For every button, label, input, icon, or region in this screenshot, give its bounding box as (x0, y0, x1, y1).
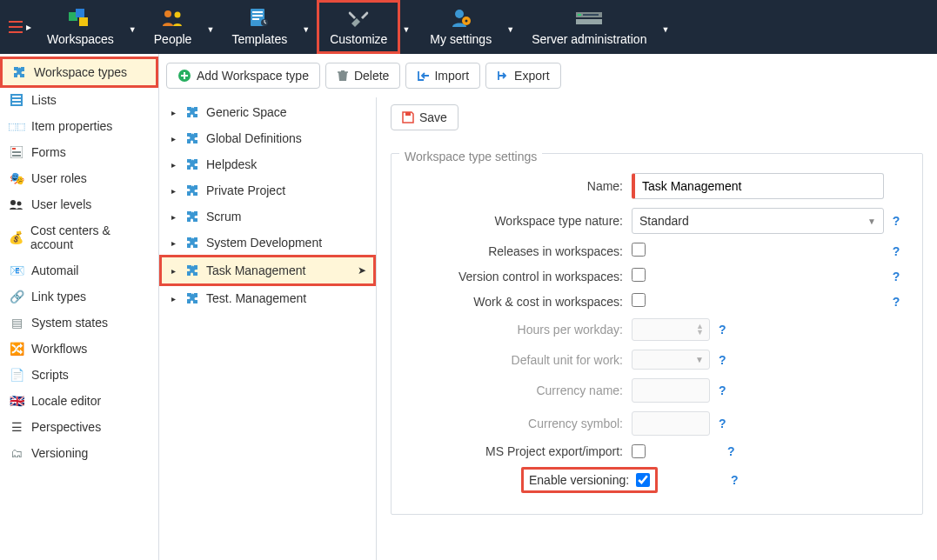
help-button[interactable]: ? (719, 323, 726, 337)
topnav-templates[interactable]: Templates ▼ (221, 3, 298, 51)
sidebar-item-link-types[interactable]: 🔗 Link types (0, 283, 158, 310)
help-button[interactable]: ? (719, 417, 726, 430)
sidebar-item-lists[interactable]: Lists (0, 87, 158, 113)
label-hours: Hours per workday: (405, 323, 632, 337)
sidebar-item-versioning[interactable]: 🗂 Versioning (0, 440, 158, 466)
currency-name-input[interactable] (632, 378, 710, 403)
sidebar-item-workspace-types[interactable]: Workspace types (0, 57, 158, 88)
nature-select[interactable]: Standard ▼ (632, 208, 884, 234)
tree-node-helpdesk[interactable]: ▸ Helpdesk (159, 151, 376, 177)
releases-checkbox[interactable] (632, 243, 646, 257)
delete-button[interactable]: Delete (325, 63, 400, 89)
expand-icon[interactable]: ▸ (171, 294, 180, 303)
import-button[interactable]: Import (405, 63, 480, 89)
expand-icon[interactable]: ▸ (171, 266, 180, 276)
vcs-checkbox[interactable] (632, 268, 646, 282)
export-button[interactable]: Export (485, 63, 560, 89)
sidebar-label: Lists (31, 93, 57, 107)
label-nature: Workspace type nature: (405, 214, 632, 228)
expand-icon[interactable]: ▸ (171, 238, 180, 248)
svg-rect-24 (12, 155, 21, 157)
topnav-serveradmin[interactable]: Server administration ▼ (521, 3, 657, 51)
puzzle-icon (185, 263, 199, 277)
server-admin-icon (576, 8, 602, 29)
export-icon (497, 70, 509, 82)
sidebar-label: Perspectives (31, 420, 101, 434)
sidebar-item-forms[interactable]: Forms (0, 139, 158, 165)
chevron-down-icon: ▼ (302, 25, 310, 34)
lists-icon (9, 93, 24, 107)
sidebar-item-locale-editor[interactable]: 🇬🇧 Locale editor (0, 388, 158, 414)
label-versioning: Enable versioning: (529, 473, 629, 487)
svg-rect-8 (252, 18, 259, 20)
sidebar-label: System states (31, 316, 108, 330)
unit-select[interactable]: ▼ (632, 350, 710, 370)
help-button[interactable]: ? (719, 353, 726, 367)
sidebar-item-cost-centers[interactable]: 💰 Cost centers & account (0, 217, 158, 257)
name-input[interactable] (632, 173, 884, 199)
details-panel: Save Workspace type settings Name: Works… (377, 97, 937, 560)
svg-rect-6 (252, 11, 263, 13)
user-levels-icon (9, 197, 24, 211)
sidebar-item-system-states[interactable]: ▤ System states (0, 310, 158, 336)
msproject-checkbox[interactable] (632, 444, 646, 458)
svg-rect-14 (578, 14, 581, 16)
help-button[interactable]: ? (727, 444, 735, 458)
hamburger-menu[interactable]: ▸ (3, 0, 37, 54)
svg-rect-16 (576, 19, 602, 24)
topnav-mysettings[interactable]: My settings ▼ (419, 3, 502, 51)
chevron-down-icon: ▼ (867, 217, 876, 226)
tree-node-private-project[interactable]: ▸ Private Project (159, 177, 376, 203)
tree-node-generic-space[interactable]: ▸ Generic Space (159, 99, 376, 125)
expand-icon[interactable]: ▸ (171, 160, 180, 170)
svg-point-26 (17, 202, 22, 206)
save-icon (402, 111, 414, 123)
trash-icon (337, 70, 349, 82)
expand-icon[interactable]: ▸ (171, 108, 180, 117)
help-button[interactable]: ? (884, 244, 908, 258)
workcost-checkbox[interactable] (632, 293, 646, 307)
chevron-down-icon: ▼ (206, 25, 214, 34)
expand-icon[interactable]: ▸ (171, 134, 180, 143)
link-types-icon: 🔗 (9, 290, 24, 303)
sidebar-item-item-properties[interactable]: ⬚⬚ Item properties (0, 113, 158, 139)
topnav-workspaces[interactable]: Workspaces ▼ (37, 3, 124, 51)
currency-symbol-input[interactable] (632, 411, 710, 436)
tree-node-task-management[interactable]: ▸ Task Management ➤ (159, 255, 376, 286)
svg-point-3 (164, 10, 171, 17)
help-button[interactable]: ? (884, 295, 908, 309)
tree-node-scrum[interactable]: ▸ Scrum (159, 203, 376, 230)
versioning-checkbox[interactable] (636, 473, 650, 487)
topnav-people[interactable]: People ▼ (144, 3, 203, 51)
chevron-down-icon: ▼ (402, 25, 410, 34)
help-button[interactable]: ? (719, 383, 726, 397)
help-button[interactable]: ? (722, 473, 746, 487)
sidebar-item-perspectives[interactable]: ☰ Perspectives (0, 414, 158, 440)
import-icon (417, 70, 429, 82)
sidebar-item-user-roles[interactable]: 🎭 User roles (0, 165, 158, 191)
item-properties-icon: ⬚⬚ (9, 119, 24, 133)
expand-icon[interactable]: ▸ (171, 212, 180, 222)
sidebar-item-scripts[interactable]: 📄 Scripts (0, 362, 158, 388)
add-workspace-type-button[interactable]: Add Workspace type (166, 63, 320, 89)
tree-node-system-development[interactable]: ▸ System Development (159, 230, 376, 256)
toolbar: Add Workspace type Delete Import Export (159, 54, 937, 97)
topnav-customize[interactable]: Customize ▼ (317, 0, 400, 54)
save-button[interactable]: Save (391, 104, 458, 130)
expand-icon[interactable]: ▸ (171, 186, 180, 196)
sidebar-item-automail[interactable]: 📧 Automail (0, 257, 158, 283)
sidebar-label: Cost centers & account (30, 223, 150, 251)
sidebar-label: Versioning (31, 446, 88, 460)
help-button[interactable]: ? (884, 214, 908, 228)
versioning-icon: 🗂 (9, 446, 24, 460)
svg-point-4 (174, 12, 180, 18)
label-releases: Releases in workspaces: (405, 244, 632, 258)
sidebar-item-workflows[interactable]: 🔀 Workflows (0, 336, 158, 362)
puzzle-icon (185, 291, 199, 305)
tree-node-global-definitions[interactable]: ▸ Global Definitions (159, 125, 376, 151)
hours-stepper[interactable]: ▲▼ (632, 318, 710, 341)
sidebar-item-user-levels[interactable]: User levels (0, 191, 158, 217)
customize-icon (347, 8, 370, 29)
help-button[interactable]: ? (884, 270, 908, 283)
tree-node-test-management[interactable]: ▸ Test. Management (159, 285, 376, 311)
